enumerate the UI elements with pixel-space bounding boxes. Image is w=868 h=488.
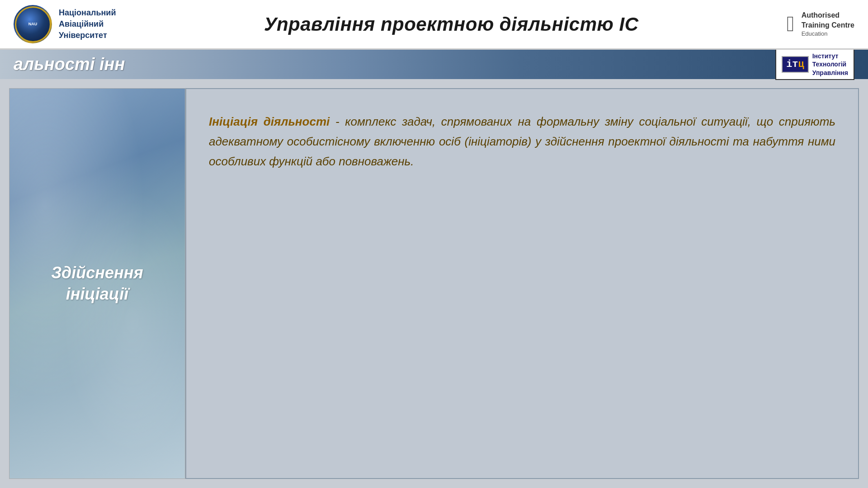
university-logo: NAU xyxy=(14,5,52,43)
header: NAU Національний Авіаційний Університет … xyxy=(0,0,868,50)
right-panel: Ініціація діяльності - комплекс задач, с… xyxy=(185,88,859,479)
itu-line1: Інститут xyxy=(812,52,848,60)
itu-line2: Технологій xyxy=(812,60,848,68)
header-left: NAU Національний Авіаційний Університет xyxy=(14,5,116,43)
university-line2: Авіаційний xyxy=(59,19,116,30)
authorised-line1: Authorised xyxy=(802,10,854,20)
main-content: Здійснення ініціації Ініціація діяльност… xyxy=(0,79,868,488)
definition-paragraph: Ініціація діяльності - комплекс задач, с… xyxy=(209,112,835,172)
university-line1: Національний xyxy=(59,7,116,19)
left-panel: Здійснення ініціації xyxy=(9,88,185,479)
logo-text: NAU xyxy=(28,22,38,27)
authorised-training: Authorised Training Centre Education xyxy=(802,10,854,38)
itu-name: Інститут Технологій Управління xyxy=(812,52,848,77)
logo-inner: NAU xyxy=(15,6,51,42)
sub-header: альності інн ітц Інститут Технологій Упр… xyxy=(0,50,868,79)
apple-icon:  xyxy=(787,13,795,35)
definition-term: Ініціація діяльності xyxy=(209,115,330,128)
itu-logo: ітц xyxy=(782,56,809,73)
left-text-line2: ініціації xyxy=(51,284,143,305)
header-right:  Authorised Training Centre Education xyxy=(787,10,854,38)
authorised-line3: Education xyxy=(802,30,854,38)
university-name: Національний Авіаційний Університет xyxy=(59,7,116,42)
itu-logo-text: ітц xyxy=(786,59,804,70)
itu-badge: ітц Інститут Технологій Управління xyxy=(775,49,854,80)
university-line3: Університет xyxy=(59,30,116,41)
authorised-line2: Training Centre xyxy=(802,20,854,30)
left-panel-text: Здійснення ініціації xyxy=(42,253,152,314)
left-text-line1: Здійснення xyxy=(51,263,143,284)
page-title: Управління проектною діяльністю ІС xyxy=(116,14,787,35)
sub-header-title: альності інн xyxy=(14,55,125,74)
itu-line3: Управління xyxy=(812,69,848,77)
